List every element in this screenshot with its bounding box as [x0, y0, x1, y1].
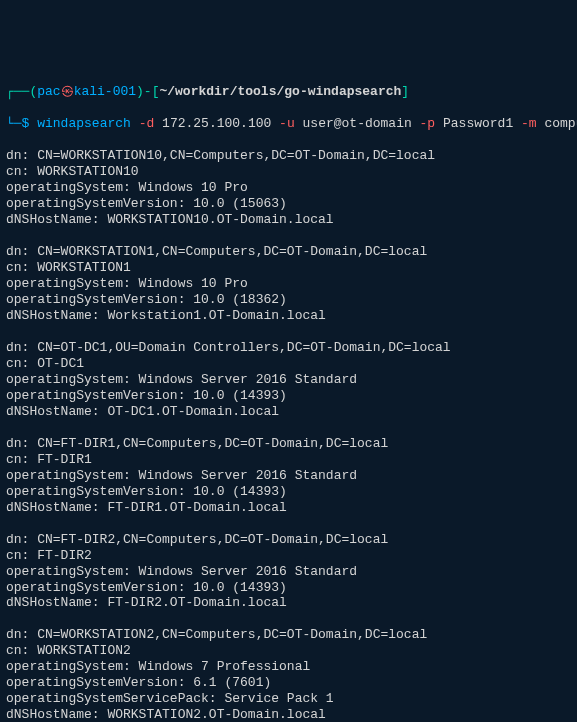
output-os: operatingSystem: Windows 10 Pro: [6, 276, 571, 292]
blank-line: [6, 611, 571, 627]
flag-m: -m: [521, 116, 537, 131]
output-osv: operatingSystemVersion: 10.0 (18362): [6, 292, 571, 308]
prompt-line-2[interactable]: └─$ windapsearch -d 172.25.100.100 -u us…: [6, 116, 571, 132]
terminal-output[interactable]: ┌──(pac㉿kali-001)-[~/workdir/tools/go-wi…: [6, 68, 571, 722]
output-dn: dn: CN=OT-DC1,OU=Domain Controllers,DC=O…: [6, 340, 571, 356]
output-dns: dNSHostName: FT-DIR1.OT-Domain.local: [6, 500, 571, 516]
prompt-host: kali-001: [74, 84, 136, 99]
output-dn: dn: CN=WORKSTATION2,CN=Computers,DC=OT-D…: [6, 627, 571, 643]
output-osv: operatingSystemVersion: 10.0 (14393): [6, 388, 571, 404]
arg-p: Password1: [443, 116, 513, 131]
flag-u: -u: [279, 116, 295, 131]
flag-d: -d: [139, 116, 155, 131]
output-cn: cn: WORKSTATION10: [6, 164, 571, 180]
prompt-at: ㉿: [61, 84, 74, 99]
output-dns: dNSHostName: Workstation1.OT-Domain.loca…: [6, 308, 571, 324]
output-osv: operatingSystemVersion: 10.0 (15063): [6, 196, 571, 212]
output-os: operatingSystem: Windows 10 Pro: [6, 180, 571, 196]
output-cn: cn: OT-DC1: [6, 356, 571, 372]
output-dns: dNSHostName: WORKSTATION2.OT-Domain.loca…: [6, 707, 571, 722]
output-cn: cn: FT-DIR2: [6, 548, 571, 564]
arg-u: user@ot-domain: [303, 116, 412, 131]
output-os: operatingSystem: Windows 7 Professional: [6, 659, 571, 675]
prompt-decor: ┌──(: [6, 84, 37, 99]
prompt-line-1: ┌──(pac㉿kali-001)-[~/workdir/tools/go-wi…: [6, 84, 571, 100]
output-dn: dn: CN=FT-DIR2,CN=Computers,DC=OT-Domain…: [6, 532, 571, 548]
blank-line: [6, 324, 571, 340]
output-os: operatingSystem: Windows Server 2016 Sta…: [6, 372, 571, 388]
output-os: operatingSystem: Windows Server 2016 Sta…: [6, 468, 571, 484]
output-osv: operatingSystemVersion: 10.0 (14393): [6, 580, 571, 596]
output-cn: cn: WORKSTATION1: [6, 260, 571, 276]
flag-p: -p: [420, 116, 436, 131]
prompt-bracket-close: ]: [401, 84, 409, 99]
output-dns: dNSHostName: WORKSTATION10.OT-Domain.loc…: [6, 212, 571, 228]
blank-line: [6, 516, 571, 532]
prompt-path: ~/workdir/tools/go-windapsearch: [159, 84, 401, 99]
output-dn: dn: CN=FT-DIR1,CN=Computers,DC=OT-Domain…: [6, 436, 571, 452]
command-output-block: dn: CN=WORKSTATION10,CN=Computers,DC=OT-…: [6, 148, 571, 722]
arg-d: 172.25.100.100: [162, 116, 271, 131]
output-osv: operatingSystemVersion: 6.1 (7601): [6, 675, 571, 691]
output-osv: operatingSystemVersion: 10.0 (14393): [6, 484, 571, 500]
output-dn: dn: CN=WORKSTATION10,CN=Computers,DC=OT-…: [6, 148, 571, 164]
output-cn: cn: WORKSTATION2: [6, 643, 571, 659]
output-dns: dNSHostName: OT-DC1.OT-Domain.local: [6, 404, 571, 420]
output-cn: cn: FT-DIR1: [6, 452, 571, 468]
blank-line: [6, 228, 571, 244]
command-binary: windapsearch: [37, 116, 131, 131]
prompt-dollar: └─$: [6, 116, 29, 131]
output-sp: operatingSystemServicePack: Service Pack…: [6, 691, 571, 707]
output-dn: dn: CN=WORKSTATION1,CN=Computers,DC=OT-D…: [6, 244, 571, 260]
blank-line: [6, 420, 571, 436]
output-dns: dNSHostName: FT-DIR2.OT-Domain.local: [6, 595, 571, 611]
prompt-user: pac: [37, 84, 60, 99]
prompt-decor-close: )-[: [136, 84, 159, 99]
output-os: operatingSystem: Windows Server 2016 Sta…: [6, 564, 571, 580]
arg-m: computers: [544, 116, 577, 131]
